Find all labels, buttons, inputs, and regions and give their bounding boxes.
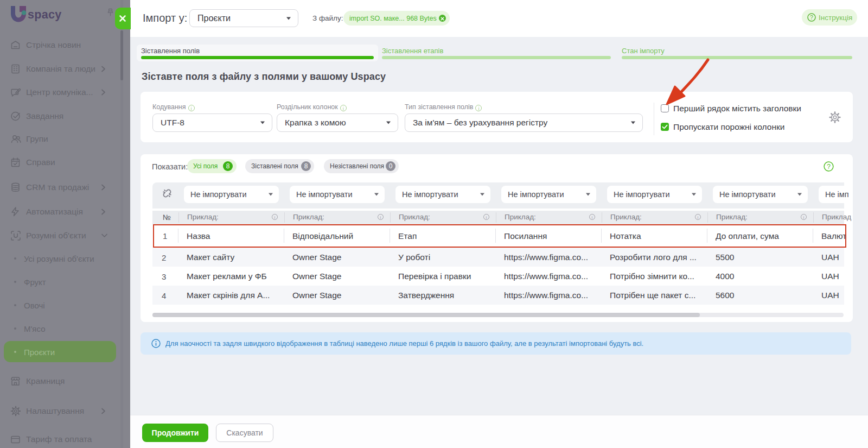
svg-text:spacy: spacy xyxy=(28,8,61,21)
svg-text:?: ? xyxy=(810,14,813,21)
svg-text:?: ? xyxy=(827,163,831,171)
